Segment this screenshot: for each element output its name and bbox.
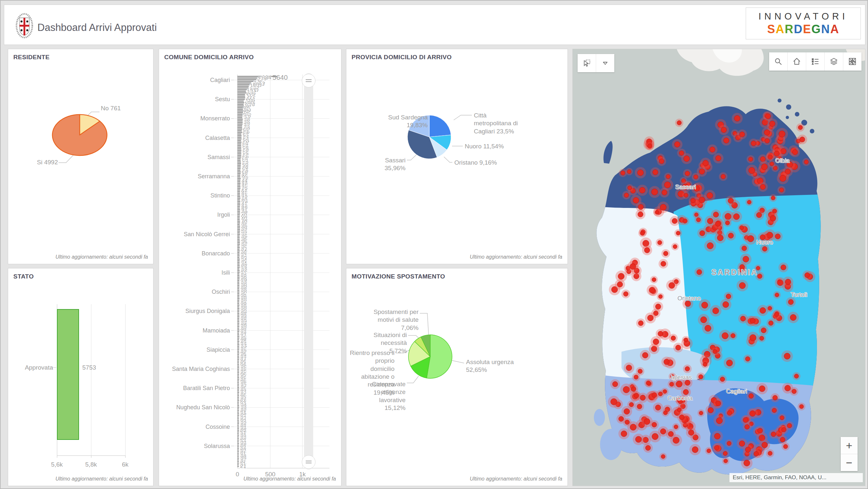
category-label: Siurgus Donigala xyxy=(163,308,230,315)
pie-label-nuoro: Nuoro 11,54% xyxy=(465,143,504,150)
sardinia-map[interactable] xyxy=(573,49,865,486)
city-label-oristano: Oristano xyxy=(677,295,701,302)
region-label-sardinia: SARDINIA xyxy=(711,268,758,277)
city-label-sassari: Sassari xyxy=(675,183,695,191)
chart-scrollbar-grip-top[interactable] xyxy=(302,74,315,88)
last-update: Ultimo aggiornamento: alcuni secondi fa xyxy=(243,476,336,482)
pie-label-cagliari: Città metropolitana di Cagliari 23,5% xyxy=(474,112,529,135)
pie-label-oristano: Oristano 9,16% xyxy=(454,159,497,166)
panel-residente: RESIDENTE No 761 Si 4992 Ultimo aggiorna… xyxy=(8,49,154,264)
panel-comune: COMUNE DOMICILIO ARRIVO 3842792532231881… xyxy=(159,49,341,486)
zoom-control: + − xyxy=(841,437,858,471)
category-tick xyxy=(53,367,56,368)
pie-label-sud-sardegna: Sud Sardegna 19,83% xyxy=(378,114,428,129)
panel-map[interactable]: SARDINIAOlbiaSassariNuoroOristanoTortolì… xyxy=(572,49,865,486)
last-update: Ultimo aggiornamento: alcuni secondi fa xyxy=(470,254,562,260)
category-label: Bonarcado xyxy=(163,250,230,257)
city-label-tortol: Tortolì xyxy=(790,291,807,298)
comune-bar-chart[interactable]: 3842792532231881801671501371311321151111… xyxy=(159,49,342,486)
category-label: Monserrato xyxy=(163,115,230,122)
panel-provincia: PROVICIA DOMICILIO DI ARRIVO Sud Sardegn… xyxy=(346,49,568,264)
category-label: Mamoiada xyxy=(163,327,230,334)
last-update: Ultimo aggiornamento: alcuni secondi fa xyxy=(470,476,562,482)
city-label-carbonia: Carbonia xyxy=(667,395,692,402)
pie-label-urgenza: Assoluta urgenza 52,65% xyxy=(466,358,521,374)
bar-value-label: 5753 xyxy=(82,364,96,371)
gridline xyxy=(125,304,126,456)
legend-icon xyxy=(811,57,819,66)
category-label: Baratili San Pietro xyxy=(163,385,230,392)
axis-tick-label: 5,6k xyxy=(51,461,63,468)
brand-line2: SARDEGNA xyxy=(746,23,861,36)
tick xyxy=(91,456,91,458)
pie-label-no: No 761 xyxy=(101,104,121,112)
category-label: Approvata xyxy=(17,364,53,371)
city-label-nuoro: Nuoro xyxy=(756,239,773,246)
last-update: Ultimo aggiornamento: alcuni secondi fa xyxy=(55,254,148,260)
pie-label-salute: Spostamenti per motivi di salute 7,06% xyxy=(372,308,418,332)
select-features-icon xyxy=(583,59,591,67)
basemap-icon xyxy=(848,57,857,66)
bar-approvata[interactable] xyxy=(57,309,79,440)
category-label: Santa Maria Coghinas xyxy=(163,366,230,372)
layers-icon xyxy=(830,57,838,66)
category-label: Stintino xyxy=(163,192,230,199)
innovatori-sardegna-logo: INNOVATORI SARDEGNA xyxy=(746,7,861,39)
map-select-toolbar xyxy=(578,54,614,72)
category-label: Cagliari xyxy=(163,77,230,84)
chart-scrollbar-grip-bottom[interactable] xyxy=(302,455,315,469)
city-label-cagliari: Cagliari xyxy=(726,388,747,395)
select-features-button[interactable] xyxy=(578,54,596,72)
axis-tick-label: 6k xyxy=(122,461,128,468)
panel-stato: STATO Approvata 5753 5,6k 5,8k 6k Ultimo… xyxy=(8,268,154,486)
category-label: Samassi xyxy=(163,154,230,160)
zoom-out-button[interactable]: − xyxy=(841,454,858,471)
svg-text:21: 21 xyxy=(240,463,247,469)
page-title: Dashboard Arrivi Approvati xyxy=(37,22,157,33)
basemap-button[interactable] xyxy=(843,52,862,70)
map-tools-toolbar xyxy=(769,52,862,70)
chart-scrollbar-track[interactable] xyxy=(304,73,313,469)
dashboard-page: Dashboard Arrivi Approvati INNOVATORI SA… xyxy=(0,0,868,489)
residente-pie-chart[interactable] xyxy=(8,49,154,265)
search-button[interactable] xyxy=(769,52,787,70)
pie-label-si: Si 4992 xyxy=(28,158,58,166)
panel-title: STATO xyxy=(13,273,34,280)
home-icon xyxy=(793,57,801,66)
category-label: Nughedu San Nicolò xyxy=(163,404,230,411)
map-attribution: Esri, HERE, Garmin, FAO, NOAA, U... xyxy=(730,473,863,482)
category-label: Sestu xyxy=(163,96,230,103)
category-label: Siapiccia xyxy=(163,346,230,353)
category-label: Oschiri xyxy=(163,288,230,296)
pie-label-lavorative: Comprovate esigenze lavorative 15,12% xyxy=(367,380,406,412)
city-label-iglesias: Iglesias xyxy=(671,374,692,381)
category-label: Cossoine xyxy=(163,423,230,430)
select-dropdown-button[interactable] xyxy=(596,54,614,72)
tick xyxy=(57,456,57,458)
home-button[interactable] xyxy=(787,52,806,70)
tick xyxy=(125,456,126,458)
pie-label-sassari: Sassari 35,96% xyxy=(365,156,406,173)
search-icon xyxy=(774,57,782,66)
top-bar-value-label: 5640 xyxy=(273,73,288,82)
axis-tick-label: 5,8k xyxy=(85,461,97,468)
sardegna-crest-logo xyxy=(15,13,33,40)
city-label-olbia: Olbia xyxy=(775,157,789,164)
category-label: Calasetta xyxy=(163,134,230,141)
panel-motivazione: MOTIVAZIONE SPOSTAMENTO Spostamenti per … xyxy=(346,268,568,486)
last-update: Ultimo aggiornamento: alcuni secondi fa xyxy=(55,476,148,482)
category-label: Isili xyxy=(163,269,230,276)
category-label: Serramanna xyxy=(163,173,230,180)
brand-line1: INNOVATORI xyxy=(746,11,861,22)
legend-button[interactable] xyxy=(806,52,825,70)
zoom-in-button[interactable]: + xyxy=(841,437,858,454)
axis-tick-label: 0 xyxy=(236,471,239,478)
category-label: San Nicolò Gerrei xyxy=(163,231,230,238)
header-bar: Dashboard Arrivi Approvati INNOVATORI SA… xyxy=(4,5,865,45)
gridline xyxy=(91,304,91,456)
layers-button[interactable] xyxy=(825,52,843,70)
dropdown-icon xyxy=(601,59,609,67)
category-label: Irgoli xyxy=(163,212,230,218)
category-label: Solarussa xyxy=(163,442,230,449)
